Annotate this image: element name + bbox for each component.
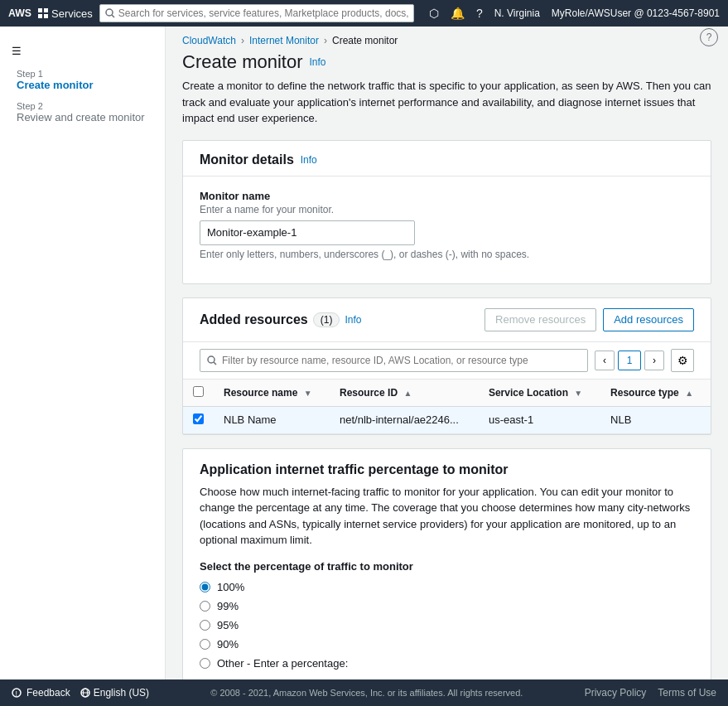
- radio-100-label: 100%: [217, 581, 244, 593]
- resources-search-box[interactable]: [200, 349, 588, 372]
- aws-logo[interactable]: AWS: [8, 6, 31, 21]
- svg-point-7: [208, 356, 215, 363]
- top-search-box[interactable]: [99, 4, 414, 22]
- row-checkbox-col: [183, 406, 214, 433]
- row-resource-type: NLB: [600, 406, 711, 433]
- language-button[interactable]: English (US): [80, 687, 149, 699]
- bottom-bar: ! Feedback English (US) © 2008 - 2021, A…: [0, 679, 728, 706]
- top-search-input[interactable]: [118, 7, 408, 19]
- radio-95-input[interactable]: [200, 620, 210, 631]
- radio-95-label: 95%: [217, 619, 239, 631]
- resources-title: Added resources: [200, 312, 308, 327]
- table-row[interactable]: NLB Name net/nlb-internal/ae2246... us-e…: [183, 406, 711, 433]
- radio-99-label: 99%: [217, 600, 239, 612]
- resources-search-row: ‹ 1 › ⚙: [183, 342, 711, 380]
- sort-resource-type-icon[interactable]: ▲: [685, 389, 693, 398]
- radio-other[interactable]: Other - Enter a percentage:: [200, 657, 694, 670]
- select-all-checkbox[interactable]: [193, 386, 204, 397]
- globe-icon: [80, 688, 90, 698]
- select-all-col: [183, 380, 214, 407]
- row-resource-id: net/nlb-internal/ae2246...: [330, 406, 479, 433]
- breadcrumb-sep2: ›: [324, 35, 327, 46]
- monitor-details-header: Monitor details Info: [183, 141, 711, 176]
- col-resource-id: Resource ID ▲: [330, 380, 479, 407]
- traffic-desc: Choose how much internet-facing traffic …: [200, 484, 694, 549]
- svg-line-8: [214, 362, 216, 365]
- monitor-details-title: Monitor details: [200, 152, 294, 167]
- grid-icon: [38, 8, 48, 18]
- privacy-policy-link[interactable]: Privacy Policy: [585, 687, 647, 699]
- traffic-title: Application internet traffic percentage …: [200, 462, 694, 477]
- next-page-button[interactable]: ›: [644, 351, 664, 370]
- breadcrumb-cloudwatch[interactable]: CloudWatch: [182, 35, 236, 46]
- added-resources-card: Added resources (1) Info Remove resource…: [182, 297, 711, 435]
- resources-info-link[interactable]: Info: [345, 314, 361, 326]
- nav-cloud-icon[interactable]: ⬡: [429, 7, 439, 20]
- monitor-name-label: Monitor name: [200, 190, 694, 202]
- radio-other-input[interactable]: [200, 658, 210, 669]
- radio-90-input[interactable]: [200, 639, 210, 650]
- svg-line-6: [112, 15, 114, 17]
- nav-region[interactable]: N. Virginia: [494, 7, 540, 19]
- radio-100[interactable]: 100%: [200, 581, 694, 593]
- sort-service-location-icon[interactable]: ▼: [574, 389, 582, 398]
- remove-resources-button[interactable]: Remove resources: [485, 308, 596, 331]
- svg-text:!: !: [16, 689, 18, 698]
- row-checkbox[interactable]: [193, 413, 204, 424]
- row-resource-name: NLB Name: [214, 406, 330, 433]
- svg-rect-3: [38, 14, 42, 18]
- radio-99-input[interactable]: [200, 601, 210, 612]
- resources-count: (1): [313, 312, 340, 327]
- terms-of-use-link[interactable]: Terms of Use: [658, 687, 716, 699]
- main-layout: ☰ Step 1 Create monitor Step 2 Review an…: [0, 27, 728, 706]
- top-nav: AWS Services ⬡ 🔔 ? N. Virginia MyRole/AW…: [0, 0, 728, 27]
- monitor-name-input[interactable]: [200, 220, 415, 245]
- page-number: 1: [618, 351, 641, 370]
- resources-title-row: Added resources (1) Info: [200, 312, 361, 327]
- radio-90[interactable]: 90%: [200, 638, 694, 650]
- breadcrumb-internet-monitor[interactable]: Internet Monitor: [249, 35, 319, 46]
- content-area: CloudWatch › Internet Monitor › Create m…: [166, 27, 728, 706]
- breadcrumb-sep1: ›: [241, 35, 244, 46]
- nav-help-icon[interactable]: ?: [476, 7, 483, 20]
- table-settings-button[interactable]: ⚙: [671, 349, 694, 372]
- sidebar-menu-icon[interactable]: ☰: [0, 40, 165, 62]
- monitor-details-info-link[interactable]: Info: [301, 154, 317, 166]
- breadcrumb-current: Create monitor: [332, 35, 398, 46]
- resources-actions: Remove resources Add resources: [485, 308, 694, 331]
- nav-right: ⬡ 🔔 ? N. Virginia MyRole/AWSUser @ 0123-…: [429, 7, 720, 20]
- monitor-name-constraint: Enter only letters, numbers, underscores…: [200, 249, 694, 260]
- row-service-location: us-east-1: [479, 406, 600, 433]
- radio-99[interactable]: 99%: [200, 600, 694, 612]
- services-nav[interactable]: Services: [38, 7, 93, 20]
- radio-100-input[interactable]: [200, 582, 210, 592]
- page-title-row: Create monitor Info: [182, 51, 711, 73]
- monitor-name-field: Monitor name Enter a name for your monit…: [200, 190, 694, 260]
- resources-search-icon: [207, 355, 217, 365]
- sort-resource-id-icon[interactable]: ▲: [403, 389, 412, 398]
- resources-header: Added resources (1) Info Remove resource…: [183, 298, 711, 342]
- help-corner-icon[interactable]: ?: [700, 28, 718, 46]
- svg-rect-2: [44, 8, 48, 12]
- monitor-name-hint: Enter a name for your monitor.: [200, 204, 694, 215]
- col-resource-name: Resource name ▼: [214, 380, 330, 407]
- add-resources-button[interactable]: Add resources: [603, 308, 694, 331]
- page-info-link[interactable]: Info: [310, 56, 326, 68]
- feedback-button[interactable]: ! Feedback: [12, 687, 70, 699]
- nav-user[interactable]: MyRole/AWSUser @ 0123-4567-8901: [552, 7, 720, 19]
- page-description: Create a monitor to define the network t…: [182, 78, 711, 127]
- sidebar: ☰ Step 1 Create monitor Step 2 Review an…: [0, 27, 166, 706]
- pagination-controls: ‹ 1 ›: [595, 351, 664, 370]
- col-resource-type: Resource type ▲: [600, 380, 711, 407]
- feedback-icon: !: [12, 688, 22, 698]
- sidebar-step2: Step 2 Review and create monitor: [0, 94, 165, 127]
- sidebar-step1: Step 1 Create monitor: [0, 62, 165, 94]
- search-icon: [105, 8, 115, 18]
- radio-95[interactable]: 95%: [200, 619, 694, 631]
- traffic-section-card: Application internet traffic percentage …: [182, 448, 711, 707]
- sort-resource-name-icon[interactable]: ▼: [304, 389, 312, 398]
- prev-page-button[interactable]: ‹: [595, 351, 615, 370]
- resources-search-input[interactable]: [222, 355, 581, 366]
- nav-bell-icon[interactable]: 🔔: [451, 7, 465, 20]
- table-body: NLB Name net/nlb-internal/ae2246... us-e…: [183, 406, 711, 433]
